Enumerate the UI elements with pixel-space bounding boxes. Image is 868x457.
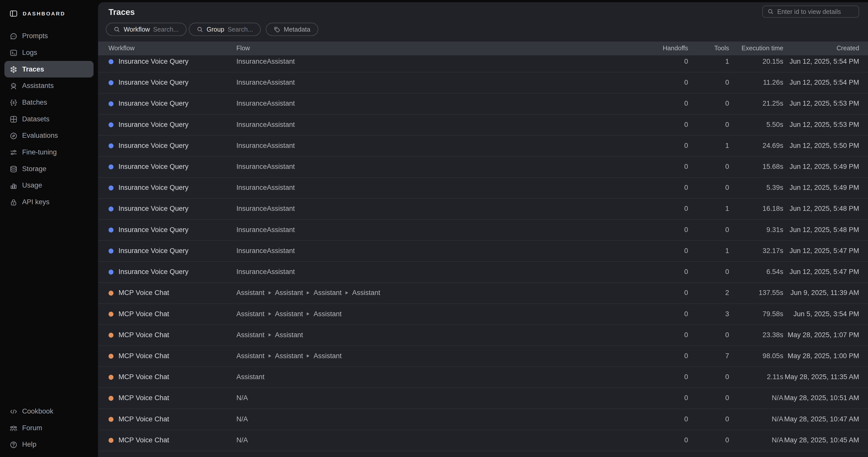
column-header-tools: Tools xyxy=(688,45,729,52)
compass-icon xyxy=(9,131,18,140)
sliders-icon xyxy=(9,148,18,156)
table-row[interactable]: Insurance Voice QueryInsuranceAssistant0… xyxy=(98,114,868,135)
sidebar: DASHBOARD PromptsLogsTracesAssistantsBat… xyxy=(0,0,98,457)
terminal-icon xyxy=(9,49,18,57)
sidebar-item-label: Help xyxy=(22,440,36,448)
handoffs-cell: 0 xyxy=(637,226,688,234)
sidebar-item-storage[interactable]: Storage xyxy=(5,160,94,177)
flow-cell: InsuranceAssistant xyxy=(236,184,637,191)
table-row[interactable]: MCP Voice ChatN/A00N/AMay 28, 2025, 10:4… xyxy=(98,430,868,451)
handoffs-cell: 0 xyxy=(637,58,688,65)
workflow-cell: Insurance Voice Query xyxy=(108,205,236,213)
sidebar-brand[interactable]: DASHBOARD xyxy=(0,0,98,18)
execution-time-cell: 2.11s xyxy=(729,373,783,381)
flow-cell: InsuranceAssistant xyxy=(236,205,637,213)
table-row[interactable]: MCP Voice ChatN/A00N/AMay 28, 2025, 10:4… xyxy=(98,451,868,457)
table-row[interactable]: Insurance Voice QueryInsuranceAssistant0… xyxy=(98,199,868,219)
created-cell: Jun 12, 2025, 5:54 PM xyxy=(783,58,859,65)
created-cell: Jun 12, 2025, 5:54 PM xyxy=(783,79,859,86)
sidebar-item-label: Assistants xyxy=(22,82,54,90)
sidebar-item-datasets[interactable]: Datasets xyxy=(5,111,94,127)
flow-cell: Assistant xyxy=(236,373,637,381)
workflow-filter-label: Workflow xyxy=(124,26,150,33)
metadata-filter[interactable]: Metadata xyxy=(266,23,318,36)
workflow-status-dot xyxy=(108,206,114,211)
table-row[interactable]: MCP Voice ChatN/A00N/AMay 28, 2025, 10:5… xyxy=(98,388,868,409)
workflow-cell: Insurance Voice Query xyxy=(108,58,236,65)
sidebar-item-evaluations[interactable]: Evaluations xyxy=(5,127,94,144)
flow-step: Assistant xyxy=(236,331,265,339)
table-header: Workflow Flow Handoffs Tools Execution t… xyxy=(98,41,868,55)
table-row[interactable]: MCP Voice ChatN/A00N/AMay 28, 2025, 10:4… xyxy=(98,409,868,430)
tools-cell: 0 xyxy=(688,100,729,108)
tools-cell: 0 xyxy=(688,415,729,423)
execution-time-cell: 20.15s xyxy=(729,58,783,65)
execution-time-cell: N/A xyxy=(729,415,783,423)
execution-time-cell: 6.54s xyxy=(729,268,783,276)
workflow-cell: MCP Voice Chat xyxy=(108,394,236,402)
tools-cell: 0 xyxy=(688,394,729,402)
sidebar-item-forum[interactable]: Forum xyxy=(5,420,94,436)
sidebar-item-usage[interactable]: Usage xyxy=(5,177,94,194)
flow-step: Assistant xyxy=(314,289,342,297)
workflow-status-dot xyxy=(108,269,114,274)
table-row[interactable]: Insurance Voice QueryInsuranceAssistant0… xyxy=(98,156,868,177)
table-row[interactable]: MCP Voice ChatAssistantAssistant0023.38s… xyxy=(98,325,868,345)
table-row[interactable]: Insurance Voice QueryInsuranceAssistant0… xyxy=(98,135,868,156)
flow-cell: InsuranceAssistant xyxy=(236,163,637,171)
table-row[interactable]: MCP Voice ChatAssistantAssistantAssistan… xyxy=(98,282,868,304)
trace-id-input[interactable] xyxy=(777,8,854,15)
flow-arrow-icon xyxy=(345,291,348,295)
workflow-cell: Insurance Voice Query xyxy=(108,184,236,191)
sidebar-item-logs[interactable]: Logs xyxy=(5,44,94,61)
created-cell: May 28, 2025, 10:47 AM xyxy=(783,415,859,423)
table-row[interactable]: Insurance Voice QueryInsuranceAssistant0… xyxy=(98,241,868,262)
tools-cell: 0 xyxy=(688,436,729,444)
page-title: Traces xyxy=(108,7,135,17)
table-row[interactable]: MCP Voice ChatAssistant002.11sMay 28, 20… xyxy=(98,367,868,388)
sidebar-item-assistants[interactable]: Assistants xyxy=(5,78,94,94)
workflow-name: MCP Voice Chat xyxy=(119,415,169,423)
table-row[interactable]: Insurance Voice QueryInsuranceAssistant0… xyxy=(98,72,868,93)
workflow-name: MCP Voice Chat xyxy=(119,289,169,297)
sidebar-item-label: Forum xyxy=(22,424,42,432)
table-row[interactable]: Insurance Voice QueryInsuranceAssistant0… xyxy=(98,93,868,114)
handoffs-cell: 0 xyxy=(637,310,688,318)
sidebar-item-prompts[interactable]: Prompts xyxy=(5,28,94,44)
workflow-cell: Insurance Voice Query xyxy=(108,268,236,276)
sidebar-item-batches[interactable]: Batches xyxy=(5,94,94,111)
workflow-cell: MCP Voice Chat xyxy=(108,352,236,360)
sidebar-item-help[interactable]: Help xyxy=(5,436,94,453)
flow-arrow-icon xyxy=(269,333,271,336)
workflow-status-dot xyxy=(108,291,114,296)
braces-list-icon xyxy=(9,98,18,106)
table-row[interactable]: Insurance Voice QueryInsuranceAssistant0… xyxy=(98,219,868,240)
handoffs-cell: 0 xyxy=(637,436,688,444)
table-row[interactable]: MCP Voice ChatAssistantAssistantAssistan… xyxy=(98,346,868,367)
created-cell: Jun 12, 2025, 5:48 PM xyxy=(783,226,859,234)
workflow-status-dot xyxy=(108,185,114,190)
flow-step: InsuranceAssistant xyxy=(236,142,295,150)
table-row[interactable]: MCP Voice ChatAssistantAssistantAssistan… xyxy=(98,304,868,325)
execution-time-cell: 11.26s xyxy=(729,79,783,86)
table-body: Insurance Voice QueryInsuranceAssistant0… xyxy=(98,55,868,457)
table-row[interactable]: Insurance Voice QueryInsuranceAssistant0… xyxy=(98,55,868,72)
table-row[interactable]: Insurance Voice QueryInsuranceAssistant0… xyxy=(98,262,868,282)
workflow-filter[interactable]: Workflow Search... xyxy=(106,23,186,36)
sidebar-item-api-keys[interactable]: API keys xyxy=(5,194,94,211)
sidebar-item-traces[interactable]: Traces xyxy=(5,61,94,78)
handoffs-cell: 0 xyxy=(637,79,688,86)
robot-icon xyxy=(9,82,18,90)
trace-id-search[interactable] xyxy=(762,5,859,18)
tools-cell: 0 xyxy=(688,268,729,276)
sidebar-item-fine-tuning[interactable]: Fine-tuning xyxy=(5,144,94,160)
sidebar-item-cookbook[interactable]: Cookbook xyxy=(5,403,94,420)
workflow-name: Insurance Voice Query xyxy=(119,163,189,171)
sidebar-item-label: Traces xyxy=(22,65,44,73)
workflow-name: Insurance Voice Query xyxy=(119,142,189,150)
group-filter[interactable]: Group Search... xyxy=(189,23,261,36)
tools-cell: 0 xyxy=(688,184,729,191)
created-cell: May 28, 2025, 10:51 AM xyxy=(783,394,859,402)
table-row[interactable]: Insurance Voice QueryInsuranceAssistant0… xyxy=(98,177,868,199)
tools-cell: 7 xyxy=(688,352,729,360)
